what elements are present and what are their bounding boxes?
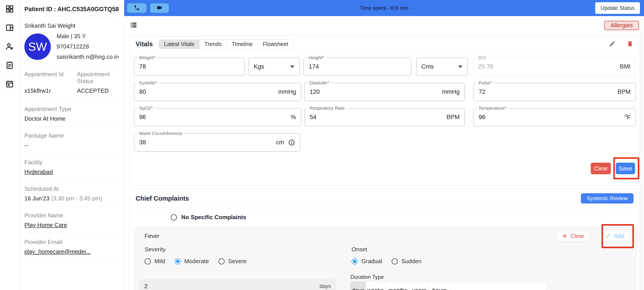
sidebar-item-layout[interactable] xyxy=(0,19,19,37)
duration-type-segmented-control: days weeks months years hours xyxy=(350,282,547,290)
edit-vitals-button[interactable] xyxy=(609,40,616,48)
duration-type-months[interactable]: months xyxy=(385,282,410,290)
scheduled-at-value: 16 Jun'23 (3:30 pm - 3:45 pm) xyxy=(24,195,120,202)
temperature-field[interactable]: Temperature* 96 0F xyxy=(474,108,636,126)
pulse-value: 72 xyxy=(479,89,617,95)
radio-circle xyxy=(218,258,225,265)
chevron-down-icon xyxy=(458,65,462,68)
appointment-type-label: Appointment Type xyxy=(24,106,120,113)
provider-name-label: Provider Name xyxy=(24,212,120,219)
temperature-label: Temperature* xyxy=(477,106,508,111)
videocam-icon xyxy=(156,5,162,12)
respiratory-rate-value: 54 xyxy=(310,114,446,121)
diastolic-value: 120 xyxy=(310,89,442,95)
vitals-save-button[interactable]: Save xyxy=(616,163,635,174)
diastolic-label: Diastolic* xyxy=(308,80,331,86)
phone-icon xyxy=(134,5,140,12)
height-unit-select[interactable]: Cms xyxy=(416,58,468,76)
spo2-field[interactable]: SpO2* 96 % xyxy=(134,108,301,126)
sidebar-item-manage-accounts[interactable] xyxy=(0,37,19,56)
vitals-clear-button[interactable]: Clear xyxy=(591,163,611,174)
systolic-field[interactable]: Systolic* 80 mmHg xyxy=(134,83,301,101)
delete-trash-icon xyxy=(626,40,634,48)
duration-type-label: Duration Type xyxy=(350,274,384,280)
allergies-badge[interactable]: Allergies xyxy=(604,21,639,30)
height-unit-value: Cms xyxy=(421,63,455,70)
spo2-label: SpO2* xyxy=(138,106,154,111)
severity-option-severe[interactable]: Severe xyxy=(218,258,246,265)
clipboard-icon xyxy=(5,61,14,71)
onset-group: Onset Gradual Sudden xyxy=(352,246,431,265)
no-specific-complaints-label: No Specific Complaints xyxy=(181,214,246,221)
icon-rail xyxy=(0,0,19,290)
systemic-review-button[interactable]: Systemic Review xyxy=(581,193,634,204)
severity-option-moderate[interactable]: Moderate xyxy=(174,258,209,265)
main-content: Vitals Latest Vitals Trends Timeline Flo… xyxy=(124,35,644,290)
tab-trends[interactable]: Trends xyxy=(200,40,227,49)
patient-phone: 9704712228 xyxy=(56,43,119,50)
facility-label: Facility xyxy=(24,159,120,166)
onset-option-gradual[interactable]: Gradual xyxy=(352,258,382,265)
provider-email-link[interactable]: play_homecare@medei... xyxy=(24,248,116,255)
list-view-button[interactable] xyxy=(129,21,138,30)
respiratory-rate-suffix: BPM xyxy=(446,114,460,121)
onset-option-sudden[interactable]: Sudden xyxy=(392,258,422,265)
update-status-button[interactable]: Update Status xyxy=(595,2,640,14)
sidebar-item-dashboard[interactable] xyxy=(0,0,19,19)
appointment-id-value: x15kflrw1r xyxy=(24,87,77,94)
time-spent-text: Time spent - 6:9 min xyxy=(360,5,408,11)
complaint-add-button[interactable]: ✓ Add xyxy=(600,230,630,242)
duration-type-years[interactable]: years xyxy=(410,282,429,290)
no-specific-complaints-option[interactable]: No Specific Complaints xyxy=(130,208,640,227)
severity-option-mild[interactable]: Mild xyxy=(144,258,165,265)
chief-complaints-card: Chief Complaints Systemic Review No Spec… xyxy=(129,189,640,290)
scheduled-date: 16 Jun'23 xyxy=(24,195,50,202)
patient-panel: Patient ID : AHC.C535A0GGTQ58 Srikanth S… xyxy=(19,0,124,290)
patient-name: Srikanth Sai Weight xyxy=(24,22,120,29)
phone-call-button[interactable] xyxy=(127,3,146,13)
systolic-label: Systolic* xyxy=(138,80,159,86)
systolic-value: 80 xyxy=(139,89,278,95)
appointment-status-label: Appointment Status xyxy=(77,71,120,85)
respiratory-rate-field[interactable]: Respiratory Rate 54 BPM xyxy=(304,108,465,126)
weight-unit-select[interactable]: Kgs xyxy=(248,58,300,76)
tab-latest-vitals[interactable]: Latest Vitals xyxy=(159,40,200,49)
sidebar-item-calendar[interactable] xyxy=(0,75,19,94)
complaint-clear-button[interactable]: ✕ Clear xyxy=(556,230,590,242)
info-icon[interactable] xyxy=(288,139,295,146)
bmi-value: 25.76 xyxy=(478,63,620,70)
appointment-id-label: Appointment Id xyxy=(24,71,77,85)
avatar: SW xyxy=(24,33,51,60)
chief-complaints-title: Chief Complaints xyxy=(136,195,189,202)
onset-sudden-label: Sudden xyxy=(402,258,422,265)
edit-pencil-icon xyxy=(609,40,616,48)
list-icon xyxy=(130,21,138,30)
appointment-type-value: Doctor At Home xyxy=(24,115,120,122)
calendar-icon xyxy=(5,80,14,89)
severity-moderate-label: Moderate xyxy=(184,258,209,265)
systolic-suffix: mmHg xyxy=(278,89,296,95)
duration-type-days[interactable]: days xyxy=(351,282,366,290)
facility-link[interactable]: Hyderabad xyxy=(24,168,120,175)
duration-type-weeks[interactable]: weeks xyxy=(366,282,385,290)
duration-input[interactable]: 2 days xyxy=(140,279,336,290)
height-field[interactable]: Height* 174 xyxy=(304,58,411,76)
waist-circumference-field[interactable]: Waist Circumference 38 cm xyxy=(134,133,300,151)
no-specific-complaints-radio[interactable] xyxy=(171,214,177,221)
duration-type-hours[interactable]: hours xyxy=(429,282,451,290)
sidebar-item-clipboard[interactable] xyxy=(0,56,19,75)
provider-name-link[interactable]: Play Home Care xyxy=(24,222,120,229)
appointment-status-value: ACCEPTED xyxy=(77,87,120,94)
onset-gradual-label: Gradual xyxy=(362,258,382,265)
patient-email: saisrikanth.n@hng.co.in xyxy=(56,53,119,60)
scrollbar-track[interactable] xyxy=(640,16,644,290)
tab-flowsheet[interactable]: Flowsheet xyxy=(258,40,293,49)
delete-vitals-button[interactable] xyxy=(626,40,634,48)
tab-timeline[interactable]: Timeline xyxy=(227,40,258,49)
main-area: Time spent - 6:9 min Update Status Aller… xyxy=(124,0,644,290)
diastolic-field[interactable]: Diastolic* 120 mmHg xyxy=(304,83,465,101)
pulse-field[interactable]: Pulse* 72 BPM xyxy=(474,83,636,101)
weight-field[interactable]: Weight* 78 xyxy=(134,58,244,76)
patient-demographics: Male | 35 Y xyxy=(56,33,119,40)
video-call-button[interactable] xyxy=(150,3,169,13)
